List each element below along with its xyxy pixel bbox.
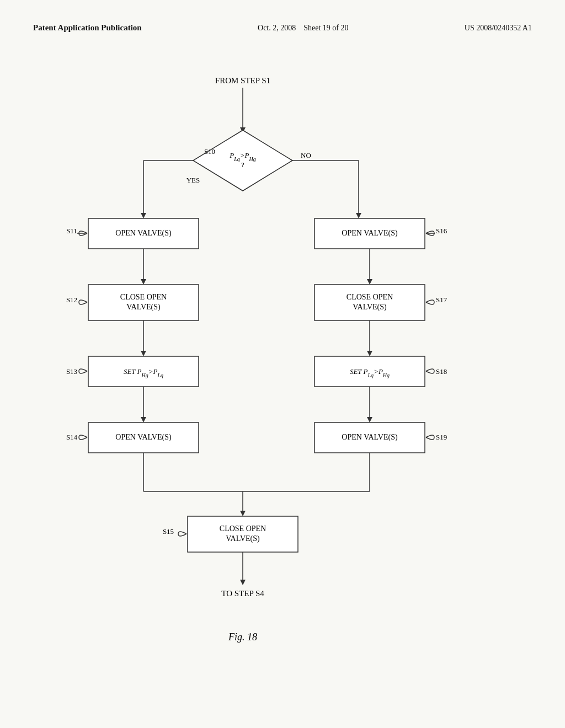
sheet-info: Sheet 19 of 20 [303,24,348,32]
from-step-label: FROM STEP S1 [215,76,270,85]
s12-label-line1: CLOSE OPEN [120,293,167,301]
s16-label: OPEN VALVE(S) [342,229,398,238]
flowchart-svg: FROM STEP S1 S10 PLq>PHg ? YES NO [0,45,565,679]
svg-marker-25 [367,279,372,285]
svg-marker-16 [141,351,146,356]
svg-marker-39 [240,580,246,585]
s12-label-line2: VALVE(S) [126,303,161,312]
s10-label: S10 [204,147,215,156]
svg-marker-19 [141,417,146,422]
svg-marker-31 [367,417,372,422]
s17-label-line1: CLOSE OPEN [347,293,393,301]
s17-step: S17 [436,296,447,304]
header: Patent Application Publication Oct. 2, 2… [0,0,565,45]
svg-text:?: ? [241,160,244,169]
figure-label: Fig. 18 [228,631,257,643]
publication-date: Oct. 2, 2008 [258,24,296,32]
svg-marker-28 [367,351,372,356]
svg-rect-17 [88,356,199,387]
svg-rect-29 [315,356,425,387]
s15-label-line1: CLOSE OPEN [220,524,266,533]
s12-step: S12 [66,296,77,304]
s11-step: S11 [66,227,77,235]
s14-label: OPEN VALVE(S) [115,433,172,442]
patent-number: US 2008/0240352 A1 [465,22,532,34]
header-center: Oct. 2, 2008 Sheet 19 of 20 [258,22,348,34]
page: Patent Application Publication Oct. 2, 2… [0,0,565,728]
svg-marker-7 [141,213,146,218]
publication-title: Patent Application Publication [33,22,142,34]
diagram-area: FROM STEP S1 S10 PLq>PHg ? YES NO [0,45,565,679]
svg-marker-13 [141,279,146,285]
s13-step: S13 [66,367,77,376]
s15-label-line2: VALVE(S) [226,534,260,543]
s16-step: S16 [436,227,447,235]
s18-step: S18 [436,367,447,376]
s11-label: OPEN VALVE(S) [115,229,172,238]
s19-step: S19 [436,433,447,441]
s17-label-line2: VALVE(S) [353,303,387,312]
no-label: NO [301,151,311,159]
to-step-label: TO STEP S4 [221,589,264,598]
svg-marker-10 [356,213,361,218]
s15-step: S15 [163,527,174,536]
s14-step: S14 [66,433,78,441]
s19-label: OPEN VALVE(S) [342,433,398,442]
svg-marker-36 [240,511,246,516]
yes-label: YES [186,176,200,184]
